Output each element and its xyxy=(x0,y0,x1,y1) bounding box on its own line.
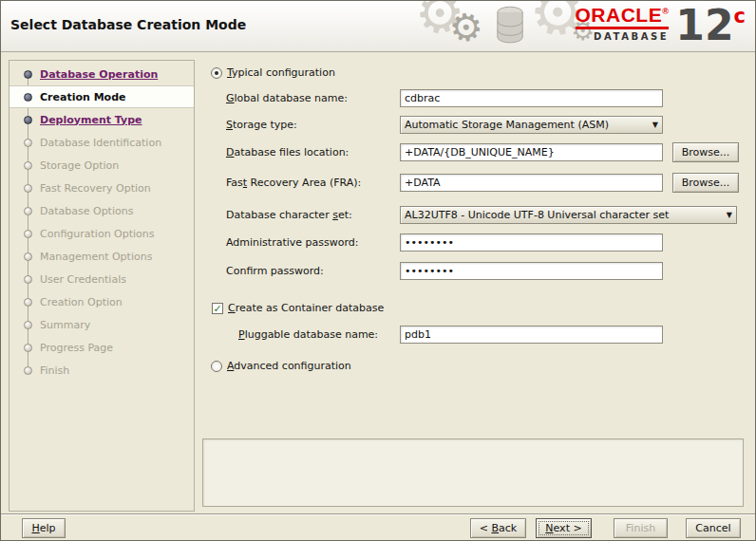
page-title: Select Database Creation Mode xyxy=(10,17,246,32)
sidebar-step-database-options: Database Options xyxy=(9,199,194,222)
sidebar-step-finish: Finish xyxy=(9,359,194,382)
dropdown-arrow-icon: ▼ xyxy=(647,121,658,129)
oracle-database-12c-logo: ORACLE® DATABASE 12c xyxy=(576,5,747,46)
pluggable-database-name-input[interactable] xyxy=(400,326,663,344)
storage-type-select[interactable]: Automatic Storage Management (ASM) ▼ xyxy=(400,116,663,134)
step-dot xyxy=(24,230,32,238)
gear-icon: ⚙ xyxy=(446,7,485,49)
cancel-button[interactable]: Cancel xyxy=(686,518,741,538)
back-button[interactable]: < Back xyxy=(470,518,526,538)
check-icon: ✓ xyxy=(213,303,221,315)
header-banner: Select Database Creation Mode ⚙ ⚙ ⚙ ⚙ OR… xyxy=(1,1,755,52)
step-dot xyxy=(24,70,32,79)
wizard-steps-panel: Database Operation Creation Mode Deploym… xyxy=(9,60,195,512)
message-area xyxy=(202,438,744,507)
step-dot xyxy=(24,139,32,147)
database-character-set-select[interactable]: AL32UTF8 - Unicode UTF-8 Universal chara… xyxy=(400,206,737,224)
dropdown-arrow-icon: ▼ xyxy=(721,211,732,219)
sidebar-step-configuration-options: Configuration Options xyxy=(9,222,194,245)
storage-type-label: Storage type: xyxy=(226,119,297,131)
oracle-wordmark: ORACLE® xyxy=(576,5,670,25)
sidebar-step-user-credentials: User Credentials xyxy=(9,268,194,290)
step-dot xyxy=(24,344,32,352)
sidebar-step-summary: Summary xyxy=(9,313,194,336)
confirm-password-input[interactable] xyxy=(400,262,663,280)
global-database-name-input[interactable] xyxy=(400,89,663,107)
global-database-name-label: Global database name: xyxy=(226,92,348,104)
step-dot xyxy=(24,161,32,170)
typical-configuration-radio[interactable] xyxy=(211,67,222,79)
sidebar-step-deployment-type[interactable]: Deployment Type xyxy=(9,108,194,131)
step-dot xyxy=(24,321,32,329)
files-location-browse-button[interactable]: Browse... xyxy=(672,142,739,162)
step-dot xyxy=(24,366,32,375)
administrative-password-input[interactable] xyxy=(400,233,663,252)
help-button[interactable]: Help xyxy=(22,518,66,538)
advanced-configuration-radio[interactable] xyxy=(211,361,222,372)
database-cylinder-icon xyxy=(495,5,525,47)
registered-mark: ® xyxy=(662,7,669,16)
container-database-checkbox[interactable]: ✓ xyxy=(212,303,223,314)
step-dot xyxy=(24,252,32,261)
pluggable-database-name-label: Pluggable database name: xyxy=(238,328,378,341)
database-files-location-label: Database files location: xyxy=(226,146,349,159)
step-dot xyxy=(24,207,32,215)
administrative-password-label: Administrative password: xyxy=(226,236,359,249)
sidebar-step-creation-mode[interactable]: Creation Mode xyxy=(9,85,194,108)
container-database-label: Create as Container database xyxy=(228,302,384,314)
fast-recovery-area-label: Fast Recovery Area (FRA): xyxy=(226,177,361,189)
logo-rule xyxy=(576,27,670,29)
sidebar-step-database-operation[interactable]: Database Operation xyxy=(9,63,194,85)
step-dot xyxy=(24,116,32,124)
typical-configuration-label: Typical configuration xyxy=(227,66,335,79)
dbca-wizard-window: Select Database Creation Mode ⚙ ⚙ ⚙ ⚙ OR… xyxy=(0,0,756,541)
database-files-location-input[interactable] xyxy=(400,143,663,161)
footer-separator xyxy=(1,513,755,515)
sidebar-step-database-identification: Database Identification xyxy=(9,131,194,154)
finish-button: Finish xyxy=(614,518,668,538)
confirm-password-label: Confirm password: xyxy=(226,265,324,277)
fast-recovery-area-input[interactable] xyxy=(400,174,663,192)
sidebar-step-storage-option: Storage Option xyxy=(9,154,194,177)
step-dot xyxy=(24,184,32,193)
step-dot xyxy=(24,93,32,102)
advanced-configuration-label: Advanced configuration xyxy=(227,360,351,372)
database-wordmark: DATABASE xyxy=(576,31,670,42)
sidebar-step-creation-option: Creation Option xyxy=(9,290,194,313)
sidebar-step-management-options: Management Options xyxy=(9,245,194,268)
sidebar-step-progress-page: Progress Page xyxy=(9,336,194,359)
next-button[interactable]: Next > xyxy=(536,518,592,538)
fra-browse-button[interactable]: Browse... xyxy=(672,173,739,193)
sidebar-step-fast-recovery-option: Fast Recovery Option xyxy=(9,177,194,199)
step-dot xyxy=(24,275,32,284)
version-12c: 12c xyxy=(675,5,746,46)
database-character-set-label: Database character set: xyxy=(226,209,352,221)
step-dot xyxy=(24,298,32,307)
